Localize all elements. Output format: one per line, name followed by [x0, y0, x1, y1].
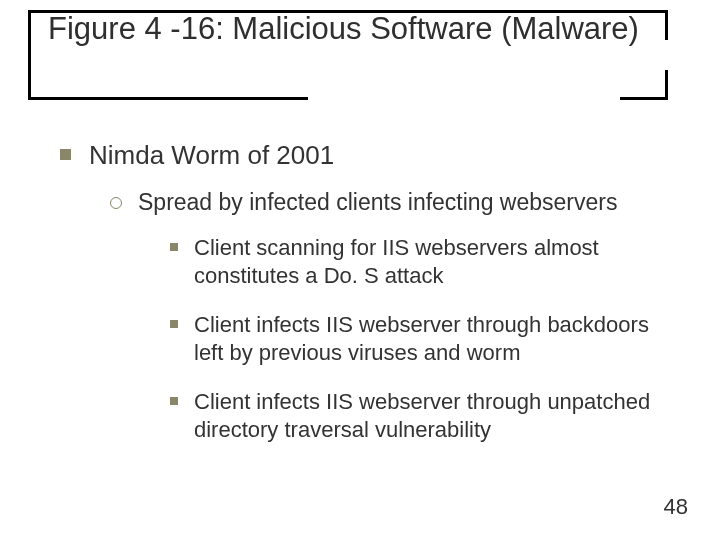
bullet-level-3: Client scanning for IIS webservers almos…: [170, 234, 670, 289]
title-container: Figure 4 -16: Malicious Software (Malwar…: [28, 10, 680, 51]
level-3-text: Client infects IIS webserver through unp…: [194, 388, 670, 443]
level-1-text: Nimda Worm of 2001: [89, 140, 334, 171]
page-number: 48: [664, 494, 688, 520]
level-3-text: Client scanning for IIS webservers almos…: [194, 234, 670, 289]
circle-bullet-icon: [110, 197, 122, 209]
square-bullet-icon: [60, 149, 71, 160]
slide-body: Nimda Worm of 2001 Spread by infected cl…: [60, 140, 670, 465]
square-bullet-icon: [170, 243, 178, 251]
title-bracket-bottom-right: [620, 97, 668, 100]
slide-title: Figure 4 -16: Malicious Software (Malwar…: [28, 10, 680, 51]
level-2-text: Spread by infected clients infecting web…: [138, 189, 617, 216]
bullet-level-3: Client infects IIS webserver through unp…: [170, 388, 670, 443]
square-bullet-icon: [170, 320, 178, 328]
bullet-level-3: Client infects IIS webserver through bac…: [170, 311, 670, 366]
title-bracket-bottom-left: [28, 97, 308, 100]
title-bracket-right-bottom: [665, 70, 668, 100]
bullet-level-2: Spread by infected clients infecting web…: [110, 189, 670, 216]
square-bullet-icon: [170, 397, 178, 405]
slide: Figure 4 -16: Malicious Software (Malwar…: [0, 0, 720, 540]
bullet-level-1: Nimda Worm of 2001: [60, 140, 670, 171]
level-3-text: Client infects IIS webserver through bac…: [194, 311, 670, 366]
